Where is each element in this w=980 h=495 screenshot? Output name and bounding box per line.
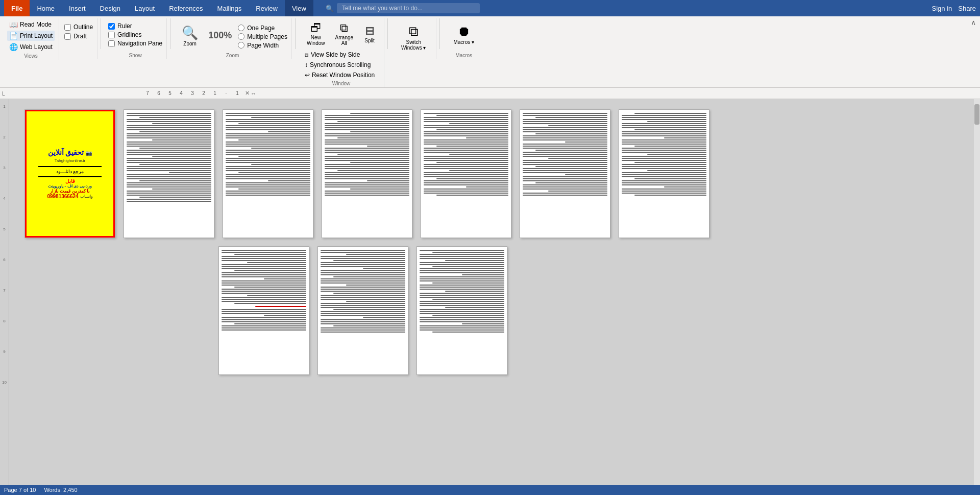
ad-divider2 bbox=[38, 176, 101, 177]
split-button[interactable]: ⊟ Split bbox=[359, 22, 380, 45]
pages-row-2 bbox=[24, 246, 959, 375]
tab-design[interactable]: Design bbox=[93, 0, 128, 16]
ruler-6: 6 bbox=[153, 90, 164, 96]
share-button[interactable]: Share bbox=[958, 5, 976, 12]
ruler-check[interactable] bbox=[108, 23, 115, 30]
tab-file[interactable]: File bbox=[4, 0, 30, 16]
synchronous-scrolling-button[interactable]: ↕ Synchronous Scrolling bbox=[303, 60, 380, 69]
zoom-group-title: Zoom bbox=[226, 53, 239, 58]
reset-window-label: Reset Window Position bbox=[312, 72, 375, 79]
zoom-button[interactable]: 🔍 Zoom bbox=[178, 23, 202, 49]
pages-area: تحقیق آنلاین 📷 Tahghighonline.ir مرجع دا… bbox=[9, 99, 974, 495]
page-thumb-7[interactable] bbox=[619, 109, 709, 238]
page-thumb-3[interactable] bbox=[223, 109, 313, 238]
draft-check[interactable] bbox=[64, 33, 71, 40]
ruler-checkbox[interactable]: Ruler bbox=[108, 22, 162, 30]
page-info: Page 7 of 10 bbox=[4, 487, 36, 493]
print-layout-button[interactable]: 📄 Print Layout bbox=[7, 31, 55, 41]
window-group-title: Window bbox=[332, 81, 351, 86]
instagram-icon: 📷 bbox=[86, 150, 92, 156]
zoom-100-button[interactable]: 100% bbox=[204, 28, 236, 43]
page-thumb-8[interactable] bbox=[218, 246, 309, 375]
macros-icon: ⏺ bbox=[457, 23, 471, 39]
ruler-mark-2: 2 bbox=[3, 135, 5, 166]
page-10-content bbox=[417, 247, 507, 336]
print-layout-label: Print Layout bbox=[20, 32, 53, 39]
read-mode-button[interactable]: 📖 Read Mode bbox=[7, 19, 54, 30]
page-thumb-1[interactable]: تحقیق آنلاین 📷 Tahghighonline.ir مرجع دا… bbox=[24, 109, 115, 238]
arrange-all-button[interactable]: ⧉ ArrangeAll bbox=[331, 19, 357, 48]
ad-contact: 09981366624 واتساپ bbox=[47, 194, 92, 199]
outline-check[interactable] bbox=[64, 24, 71, 31]
ruler-mark-3: 3 bbox=[3, 166, 5, 196]
gridlines-checkbox[interactable]: Gridlines bbox=[108, 31, 162, 38]
sep-1 bbox=[101, 18, 101, 49]
web-layout-button[interactable]: 🌐 Web Layout bbox=[7, 42, 55, 52]
multiple-pages-option[interactable]: Multiple Pages bbox=[238, 33, 287, 40]
outline-checkbox[interactable]: Outline bbox=[64, 23, 93, 31]
page-7-content bbox=[619, 110, 709, 199]
tab-layout[interactable]: Layout bbox=[128, 0, 162, 16]
multiple-pages-radio[interactable] bbox=[238, 33, 244, 40]
macros-button[interactable]: ⏺ Macros ▾ bbox=[447, 19, 480, 49]
ruler-3: 3 bbox=[187, 90, 198, 96]
zoom-options: One Page Multiple Pages Page Width bbox=[238, 22, 287, 49]
page-thumb-10[interactable] bbox=[416, 246, 507, 375]
split-icon: ⊟ bbox=[365, 25, 374, 38]
tab-mailings[interactable]: Mailings bbox=[210, 0, 249, 16]
ad-whatsapp: واتساپ bbox=[80, 194, 93, 199]
page-thumb-5[interactable] bbox=[421, 109, 511, 238]
one-page-radio[interactable] bbox=[238, 25, 244, 31]
page-thumb-9[interactable] bbox=[317, 246, 408, 375]
ad-price: با کمترین قیمت بازار bbox=[50, 188, 90, 194]
arrange-all-icon: ⧉ bbox=[340, 21, 348, 35]
tab-home[interactable]: Home bbox=[30, 0, 62, 16]
page-thumb-4[interactable] bbox=[322, 109, 412, 238]
arrange-all-label: ArrangeAll bbox=[335, 35, 353, 46]
page-3-content bbox=[223, 110, 313, 199]
draft-checkbox[interactable]: Draft bbox=[64, 33, 93, 40]
search-icon: 🔍 bbox=[326, 5, 334, 12]
macros-group-title: Macros bbox=[455, 53, 472, 58]
window-row-1: 🗗 NewWindow ⧉ ArrangeAll ⊟ Split bbox=[303, 19, 380, 48]
ribbon-group-outline: Outline Draft bbox=[60, 18, 97, 59]
tab-review[interactable]: Review bbox=[249, 0, 285, 16]
gridlines-check[interactable] bbox=[108, 32, 115, 38]
page-9-content bbox=[318, 247, 408, 336]
new-window-button[interactable]: 🗗 NewWindow bbox=[303, 19, 329, 48]
page-6-content bbox=[520, 110, 610, 199]
page-thumb-2[interactable] bbox=[124, 109, 214, 238]
reset-window-icon: ↩ bbox=[305, 72, 310, 79]
search-input[interactable] bbox=[337, 3, 480, 13]
sep-2 bbox=[170, 18, 170, 49]
vertical-scrollbar[interactable] bbox=[974, 99, 980, 495]
sign-in-link[interactable]: Sign in bbox=[932, 5, 952, 12]
title-right-actions: Sign in Share bbox=[932, 5, 976, 12]
ruler-close-btn[interactable]: ✕ bbox=[245, 90, 250, 97]
zoom-icon: 🔍 bbox=[182, 25, 198, 41]
one-page-option[interactable]: One Page bbox=[238, 25, 287, 32]
page-thumb-6[interactable] bbox=[520, 109, 610, 238]
tab-insert[interactable]: Insert bbox=[62, 0, 93, 16]
ribbon: 📖 Read Mode 📄 Print Layout 🌐 Web Layout … bbox=[0, 16, 980, 88]
page-width-radio[interactable] bbox=[238, 42, 244, 49]
view-side-by-side-button[interactable]: ⧈ View Side by Side bbox=[303, 50, 380, 59]
page-width-option[interactable]: Page Width bbox=[238, 42, 287, 49]
ribbon-collapse-button[interactable]: ∧ bbox=[971, 18, 976, 27]
reset-window-position-button[interactable]: ↩ Reset Window Position bbox=[303, 70, 380, 80]
main-canvas: 1 2 3 4 5 6 7 8 9 10 تحقیق آنلاین 📷 Tahg… bbox=[0, 99, 980, 495]
tab-references[interactable]: References bbox=[162, 0, 210, 16]
scroll-thumb[interactable] bbox=[974, 104, 979, 125]
web-layout-label: Web Layout bbox=[20, 43, 53, 51]
split-label: Split bbox=[364, 38, 374, 43]
switch-windows-button[interactable]: ⧉ SwitchWindows ▾ bbox=[395, 19, 432, 55]
ad-tagline: مرجع دانلـــود bbox=[56, 169, 84, 174]
new-window-label: NewWindow bbox=[307, 35, 325, 46]
nav-pane-checkbox[interactable]: Navigation Pane bbox=[108, 40, 162, 47]
ruler-mark-7: 7 bbox=[3, 288, 5, 319]
tab-view[interactable]: View bbox=[285, 0, 313, 16]
ruler-mark-5: 5 bbox=[3, 227, 5, 257]
ad-formats: ورد-پی دی اف - پاورپوینت bbox=[48, 184, 91, 188]
nav-pane-check[interactable] bbox=[108, 40, 115, 47]
ruler-numbers: 7 6 5 4 3 2 1 · 1 ✕ ↔ bbox=[142, 90, 256, 97]
